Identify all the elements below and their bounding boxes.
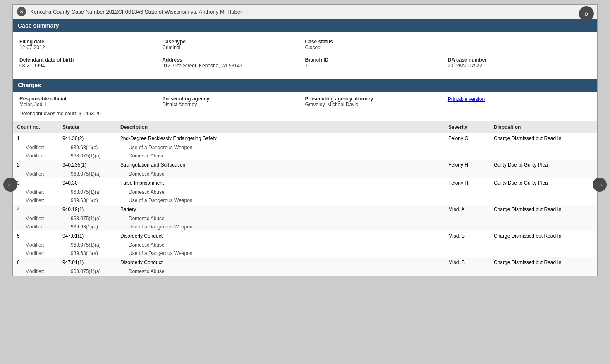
charge-disposition: Charge Dismissed but Read In	[490, 257, 597, 267]
case-summary-section: Case summary Filing date 12-07-2012 Case…	[13, 19, 597, 79]
charges-table: Count no. Statute Description Severity D…	[13, 121, 597, 276]
defendant-owes-amount: $1,493.26	[79, 111, 100, 117]
window-title: Kenosha County Case Number 2012CF001346 …	[30, 9, 242, 15]
table-row: 5 947.01(1) Disorderly Conduct Misd. B C…	[13, 231, 597, 241]
address-field: Address 912 75th Street, Kenosha, WI 531…	[162, 55, 305, 70]
modifier-label: Modifier:	[13, 143, 58, 152]
table-row: Modifier: 968.075(1)(a) Domestic Abuse	[13, 188, 597, 196]
prosecuting-agency-col: Prosecuting agency District Attorney	[162, 96, 305, 107]
responsible-official-value: Meier, Jodi L.	[19, 102, 162, 107]
charges-section: Charges Responsible official Meier, Jodi…	[13, 79, 597, 276]
main-window: × Kenosha County Case Number 2012CF00134…	[12, 4, 598, 276]
modifier-description: Domestic Abuse	[116, 267, 444, 276]
charge-severity: Misd. B	[444, 257, 490, 267]
table-row: Modifier: 968.075(1)(a) Domestic Abuse	[13, 152, 597, 160]
charge-description: Disorderly Conduct	[116, 231, 444, 241]
close-button[interactable]: ×	[17, 7, 26, 16]
da-case-number-field: DA case number 2012KN007522	[448, 55, 591, 70]
table-row: Modifier: 939.63(1)(a) Use of a Dangerou…	[13, 223, 597, 231]
table-row: Modifier: 939.63(1)(c) Use of a Dangerou…	[13, 143, 597, 152]
nav-left-button[interactable]: ←	[3, 178, 17, 192]
charge-count: 2	[13, 160, 58, 170]
table-row: 2 940.235(1) Strangulation and Suffocati…	[13, 160, 597, 170]
charge-severity: Felony G	[444, 133, 490, 144]
table-row: Modifier: 968.075(1)(a) Domestic Abuse	[13, 170, 597, 178]
charges-header: Charges	[13, 79, 597, 92]
defendant-owes-label: Defendant owes the court:	[19, 111, 77, 117]
charge-count: 6	[13, 257, 58, 267]
table-row: 1 941.30(2) 2nd-Degree Recklessly Endang…	[13, 133, 597, 144]
modifier-description: Domestic Abuse	[116, 188, 444, 196]
printable-version-link[interactable]: Printable version	[448, 96, 485, 102]
branch-id-field: Branch ID 7	[305, 55, 448, 70]
table-row: 3 940.30 False Imprisonment Felony H Gui…	[13, 178, 597, 188]
modifier-statute: 968.075(1)(a)	[58, 152, 116, 160]
prosecuting-agency-label: Prosecuting agency	[162, 96, 305, 102]
case-type-field: Case type Criminal	[162, 37, 305, 52]
charge-statute: 940.235(1)	[58, 160, 116, 170]
charge-statute: 941.30(2)	[58, 133, 116, 144]
charge-description: Battery	[116, 205, 444, 214]
prosecuting-attorney-label: Prosecuting agency attorney	[305, 96, 448, 102]
modifier-statute: 968.075(1)(a)	[58, 214, 116, 223]
modifier-statute: 968.075(1)(a)	[58, 267, 116, 276]
nav-right-button[interactable]: →	[593, 178, 607, 192]
case-status-field: Case status Closed	[305, 37, 448, 52]
table-row: 4 940.19(1) Battery Misd. A Charge Dismi…	[13, 205, 597, 214]
modifier-description: Use of a Dangerous Weapon	[116, 143, 444, 152]
charge-statute: 947.01(1)	[58, 257, 116, 267]
charge-count: 5	[13, 231, 58, 241]
nav-forward-button[interactable]: »	[579, 6, 594, 21]
charge-description: Disorderly Conduct	[116, 257, 444, 267]
modifier-statute: 939.63(1)(a)	[58, 249, 116, 257]
prosecuting-attorney-col: Prosecuting agency attorney Graveley, Mi…	[305, 96, 448, 107]
modifier-statute: 939.63(1)(a)	[58, 223, 116, 231]
case-fields-row-1: Filing date 12-07-2012 Case type Crimina…	[19, 37, 591, 52]
defendant-owes: Defendant owes the court: $1,493.26	[19, 109, 591, 119]
modifier-description: Domestic Abuse	[116, 214, 444, 223]
filing-date-value: 12-07-2012	[19, 45, 154, 50]
col-header-statute: Statute	[58, 121, 116, 133]
table-row: 6 947.01(1) Disorderly Conduct Misd. B C…	[13, 257, 597, 267]
case-fields-row-2: Defendant date of birth 08-21-1994 Addre…	[19, 55, 591, 70]
title-bar: × Kenosha County Case Number 2012CF00134…	[13, 5, 597, 19]
case-summary-content: Filing date 12-07-2012 Case type Crimina…	[13, 32, 597, 79]
case-type-label: Case type	[162, 39, 297, 45]
address-value: 912 75th Street, Kenosha, WI 53143	[162, 63, 297, 69]
charge-statute: 947.01(1)	[58, 231, 116, 241]
charge-statute: 940.19(1)	[58, 205, 116, 214]
table-row: Modifier: 968.075(1)(a) Domestic Abuse	[13, 241, 597, 249]
table-row: Modifier: 939.63(1)(b) Use of a Dangerou…	[13, 196, 597, 205]
case-type-value: Criminal	[162, 45, 297, 50]
responsible-official-col: Responsible official Meier, Jodi L.	[19, 96, 162, 107]
filing-date-field: Filing date 12-07-2012	[19, 37, 162, 52]
case-status-label: Case status	[305, 39, 440, 45]
charge-count: 3	[13, 178, 58, 188]
charge-description: Strangulation and Suffocation	[116, 160, 444, 170]
da-case-number-value: 2012KN007522	[448, 63, 582, 69]
charge-severity: Misd. B	[444, 231, 490, 241]
charge-disposition: Charge Dismissed but Read In	[490, 231, 597, 241]
modifier-description: Use of a Dangerous Weapon	[116, 196, 444, 205]
col-header-description: Description	[116, 121, 444, 133]
modifier-statute: 968.075(1)(a)	[58, 241, 116, 249]
charge-severity: Felony H	[444, 160, 490, 170]
modifier-description: Use of a Dangerous Weapon	[116, 223, 444, 231]
modifier-label: Modifier:	[13, 214, 58, 223]
modifier-statute: 939.63(1)(c)	[58, 143, 116, 152]
charge-description: False Imprisonment	[116, 178, 444, 188]
table-header-row: Count no. Statute Description Severity D…	[13, 121, 597, 133]
modifier-statute: 939.63(1)(b)	[58, 196, 116, 205]
case-status-value: Closed	[305, 45, 440, 50]
charge-count: 1	[13, 133, 58, 144]
modifier-label: Modifier:	[13, 223, 58, 231]
filing-date-label: Filing date	[19, 39, 154, 45]
table-row: Modifier: 968.075(1)(a) Domestic Abuse	[13, 267, 597, 276]
printable-version-col: Printable version	[448, 96, 591, 107]
modifier-label: Modifier:	[13, 196, 58, 205]
table-row: Modifier: 968.075(1)(a) Domestic Abuse	[13, 214, 597, 223]
charges-meta: Responsible official Meier, Jodi L. Pros…	[13, 92, 597, 121]
modifier-statute: 968.075(1)(a)	[58, 188, 116, 196]
charge-severity: Misd. A	[444, 205, 490, 214]
charge-disposition: Charge Dismissed but Read In	[490, 205, 597, 214]
